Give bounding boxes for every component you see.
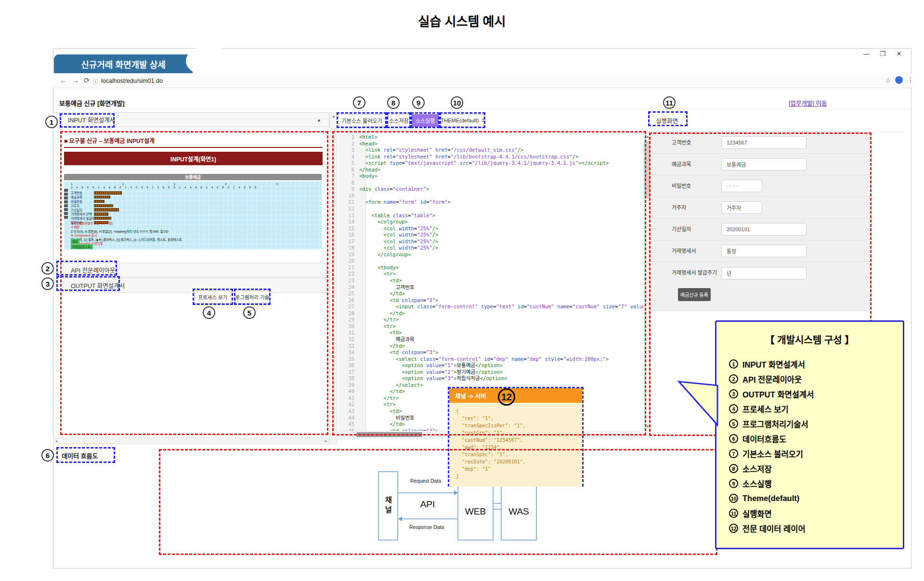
code-text: <html> <box>359 134 643 141</box>
scroll-left-icon[interactable]: ◂ <box>55 439 57 443</box>
bookmark-star-icon[interactable]: ☆ <box>885 77 891 84</box>
code-text: <td> <box>359 330 643 336</box>
callout-item-label: 소스저장 <box>742 463 772 475</box>
code-line: 2 <head> <box>338 141 643 147</box>
header-divider <box>53 109 911 109</box>
line-number: 23 <box>338 277 359 284</box>
callout-item-number: 5 <box>729 419 738 428</box>
process-view-button[interactable]: 프로세스 보기 <box>195 290 231 304</box>
profile-avatar[interactable] <box>895 76 903 84</box>
message-data-layer: 채널 -> 서버 { "res": "1", "tranSpecIssPer":… <box>448 387 584 487</box>
callout-item: 8 소스저장 <box>729 461 814 476</box>
code-line: 34 <td colspan="3"> <box>338 349 643 356</box>
form-control[interactable]: 1234567 ▼ <box>721 136 807 149</box>
accordion-input-design[interactable]: INPUT 화면설계서 ▲ <box>53 112 329 127</box>
callout-item: 6 데이터흐름도 <box>729 431 814 446</box>
response-line <box>402 518 457 519</box>
select-arrows-icon: ▲▼ <box>482 118 484 123</box>
line-number: 6 <box>338 167 359 173</box>
code-text: 예금과목 <box>359 336 643 343</box>
run-panel-form: 고객번호 1234567 ▼ ▼ 예금과목 보통예금 ▼ <box>650 132 872 311</box>
code-line: 32 예금과목 <box>338 336 643 343</box>
code-text: <col width="25%"/> <box>359 232 643 238</box>
scroll-right-icon[interactable]: ▸ <box>325 439 327 443</box>
left-panel-vscrollbar[interactable]: ▲ <box>329 112 337 444</box>
callout-item-number: 1 <box>729 359 738 369</box>
form-control[interactable]: 20200101 ▼ <box>721 223 807 236</box>
save-source-button[interactable]: 소스저장 <box>388 114 410 127</box>
scroll-down-icon[interactable]: ▼ <box>646 425 650 429</box>
code-line: 15 <col width="25%"/> <box>338 225 643 232</box>
code-line: 4 <link rel="stylesheet" href="/lib/boot… <box>338 154 643 160</box>
browser-menu-icon[interactable]: ⋮ <box>907 76 914 84</box>
code-line: 36 <option value="1">보통예금</option> <box>338 362 643 369</box>
scroll-up-icon[interactable]: ▲ <box>332 115 336 119</box>
callout-item: 7 기본소스 불러오기 <box>729 446 814 461</box>
annotation-circle-7: 7 <box>353 96 365 109</box>
browser-toolbar <box>53 73 911 88</box>
form-control[interactable]: · · · · ▼ <box>721 180 762 192</box>
line-number: 2 <box>338 141 359 147</box>
line-number: 21 <box>338 264 359 271</box>
annotation-circle-11: 11 <box>663 96 676 109</box>
callout-item-number: 10 <box>729 494 738 503</box>
code-text: <form name="form" id="form"> <box>359 199 643 206</box>
line-number: 38 <box>338 375 359 382</box>
line-number: 37 <box>338 369 359 376</box>
form-row: 예금과목 보통예금 ▼ ▼ <box>650 154 872 175</box>
left-panel-hscrollbar[interactable]: ◂ ▸ <box>53 437 329 444</box>
flow-api-label: API <box>413 499 442 510</box>
popup-json-line: "dep": "1" <box>456 465 582 473</box>
theme-select[interactable]: THEME(default) ▲▼ <box>441 114 484 127</box>
browser-tab[interactable]: 신규거래 화면개발 상세 <box>54 54 193 73</box>
back-icon[interactable]: ← <box>60 76 67 84</box>
code-line: 16 <col width="25%"/> <box>338 232 643 238</box>
form-control[interactable]: 보통예금 ▼ <box>721 158 807 171</box>
callout-item-number: 6 <box>729 434 738 443</box>
form-control-value: 보통예금 <box>727 160 746 168</box>
form-control[interactable]: 년 ▼ <box>721 267 807 279</box>
code-line: 33 </td> <box>338 343 643 350</box>
code-text: <tr> <box>359 323 643 330</box>
line-number: 7 <box>338 173 359 180</box>
editor-vscroll-thumb[interactable] <box>644 141 650 198</box>
close-icon[interactable]: ✕ <box>893 50 905 57</box>
program-spec-button[interactable]: 프로그램처리 기술서 <box>234 290 270 304</box>
code-line: 23 <td> <box>338 277 643 284</box>
business-dev-link[interactable]: [업무개발] 이동 <box>789 98 827 107</box>
forward-icon[interactable]: → <box>72 76 79 84</box>
product-bar: 보통예금 <box>64 174 322 180</box>
code-text: <div class="container"> <box>359 186 643 193</box>
run-source-button[interactable]: 소스실행 <box>412 114 439 127</box>
maximize-icon[interactable]: ❐ <box>876 50 889 57</box>
reload-icon[interactable]: ⟳ <box>84 76 90 85</box>
callout-list: 1 INPUT 화면설계서 2 API 전문레이아웃 3 OUTPUT 화면설계… <box>729 357 814 536</box>
code-text: <table class="table"> <box>359 212 643 219</box>
code-text: <td colspan="3"> <box>359 349 643 356</box>
form-control[interactable]: 거주자 ▼ <box>721 201 762 214</box>
annotation-circle-3: 3 <box>41 277 54 290</box>
form-label: 기산일자 <box>672 226 721 233</box>
page-info-icon[interactable]: ⓘ <box>93 78 98 85</box>
collapse-arrow-icon[interactable]: ▲ <box>317 118 321 122</box>
status-chip: 정상 <box>71 239 79 244</box>
code-text: <option value="1">보통예금</option> <box>359 362 643 369</box>
form-label: 예금과목 <box>672 161 721 168</box>
form-control[interactable]: 통장 ▼ <box>721 245 807 257</box>
scroll-up-icon[interactable]: ▲ <box>646 135 650 139</box>
accordion-api-layout[interactable]: API 전문레이아웃 <box>63 263 326 277</box>
form-control-value: 20200101 <box>727 226 750 232</box>
editor-hscroll-thumb[interactable] <box>356 432 422 437</box>
line-number: 12 <box>338 206 359 212</box>
code-text: <input class="form-control" type="text" … <box>359 304 643 310</box>
address-bar[interactable]: localhost/edu/sim01.do <box>101 78 163 84</box>
line-number: 36 <box>338 362 359 369</box>
flow-was-box: WAS <box>501 483 537 541</box>
deposit-register-button[interactable]: 예금신규 등록 <box>678 288 711 301</box>
form-row: 거래명세서 통장 ▼ ▼ <box>650 240 872 262</box>
code-line: 38 <option value="3">적립식적금</option> <box>338 375 643 382</box>
line-number: 19 <box>338 251 359 258</box>
load-source-button[interactable]: 기본소스 불러오기 <box>338 114 385 127</box>
line-number: 5 <box>338 160 359 167</box>
minimize-icon[interactable]: — <box>860 50 872 57</box>
